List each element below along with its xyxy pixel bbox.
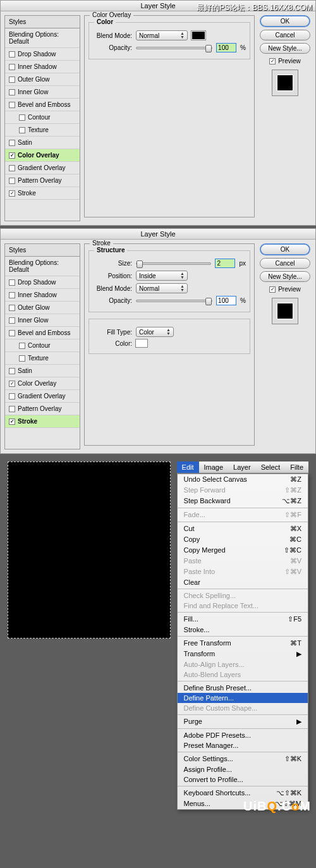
checkbox[interactable] [9,305,15,311]
style-item-satin[interactable]: Satin [5,137,80,149]
preview-checkbox[interactable] [269,286,276,293]
canvas-selection[interactable] [8,462,171,639]
menu-image[interactable]: Image [199,462,229,473]
overlay-color-swatch[interactable] [191,31,205,40]
style-item-contour[interactable]: Contour [5,111,80,124]
menu-layer[interactable]: Layer [228,462,256,473]
cancel-button[interactable]: Cancel [260,30,310,40]
checkbox[interactable] [9,419,15,425]
styles-header[interactable]: Styles [5,16,80,28]
style-item-color-overlay[interactable]: Color Overlay [5,149,80,162]
style-item-color-overlay[interactable]: Color Overlay [5,377,80,390]
menu-edit[interactable]: Edit [177,462,199,473]
style-item-inner-shadow[interactable]: Inner Shadow [5,61,80,73]
style-item-bevel-and-emboss[interactable]: Bevel and Emboss [5,99,80,111]
size-input[interactable]: 2 [215,259,235,268]
blend-mode-select[interactable]: Normal▲▼ [136,30,188,40]
style-item-inner-shadow[interactable]: Inner Shadow [5,289,80,302]
style-item-inner-glow[interactable]: Inner Glow [5,314,80,327]
preview-checkbox[interactable] [269,58,276,64]
style-item-stroke[interactable]: Stroke [5,415,80,428]
menu-select[interactable]: Select [256,462,286,473]
menu-item-adobe-pdf-presets-[interactable]: Adobe PDF Presets... [178,730,308,740]
checkbox[interactable] [19,343,25,349]
preview-label: Preview [278,58,301,64]
size-slider[interactable] [136,262,211,265]
style-item-inner-glow[interactable]: Inner Glow [5,86,80,99]
checkbox[interactable] [9,102,15,108]
style-item-texture[interactable]: Texture [5,124,80,137]
fill-type-select[interactable]: Color▲▼ [136,327,174,337]
style-item-contour[interactable]: Contour [5,339,80,352]
checkbox[interactable] [9,393,15,400]
checkbox[interactable] [9,279,15,286]
blending-options[interactable]: Blending Options: Default [5,28,80,48]
menu-item-step-backward[interactable]: Step Backward⌥⌘Z [178,496,308,506]
checkbox[interactable] [9,89,15,95]
style-item-gradient-overlay[interactable]: Gradient Overlay [5,162,80,174]
style-item-label: Bevel and Emboss [18,329,70,336]
style-item-drop-shadow[interactable]: Drop Shadow [5,276,80,289]
checkbox[interactable] [9,406,15,412]
checkbox[interactable] [19,127,25,133]
checkbox[interactable] [9,178,15,184]
menu-item-copy-merged[interactable]: Copy Merged⇧⌘C [178,545,308,556]
menu-item-fill-[interactable]: Fill...⇧F5 [178,614,308,625]
menu-filte[interactable]: Filte [285,462,308,473]
style-item-texture[interactable]: Texture [5,352,80,365]
checkbox[interactable] [9,292,15,298]
checkbox[interactable] [9,76,15,83]
ok-button[interactable]: OK [260,15,310,27]
menu-item-purge[interactable]: Purge▶ [178,716,308,727]
style-item-outer-glow[interactable]: Outer Glow [5,73,80,86]
style-item-pattern-overlay[interactable]: Pattern Overlay [5,403,80,415]
checkbox[interactable] [9,368,15,374]
checkbox[interactable] [9,190,15,197]
checkbox[interactable] [9,140,15,146]
style-item-satin[interactable]: Satin [5,365,80,377]
checkbox[interactable] [9,381,15,387]
menu-item-label: Define Custom Shape... [184,704,258,712]
menu-item-undo-select-canvas[interactable]: Undo Select Canvas⌘Z [178,474,308,485]
checkbox[interactable] [9,51,15,58]
checkbox[interactable] [9,165,15,171]
checkbox[interactable] [9,330,15,336]
stroke-color-swatch[interactable] [136,339,147,347]
menu-item-stroke-[interactable]: Stroke... [178,625,308,635]
checkbox[interactable] [19,355,25,362]
menu-item-copy[interactable]: Copy⌘C [178,534,308,545]
menu-item-color-settings-[interactable]: Color Settings...⇧⌘K [178,754,308,764]
menu-item-define-pattern-[interactable]: Define Pattern... [178,693,308,703]
style-item-pattern-overlay[interactable]: Pattern Overlay [5,174,80,187]
blending-options[interactable]: Blending Options: Default [5,257,80,276]
menu-item-convert-to-profile-[interactable]: Convert to Profile... [178,774,308,785]
opacity-input[interactable]: 100 [216,43,236,52]
checkbox[interactable] [9,64,15,70]
new-style-button[interactable]: New Style... [260,271,310,282]
menu-item-keyboard-shortcuts-[interactable]: Keyboard Shortcuts...⌥⇧⌘K [178,788,308,798]
checkbox[interactable] [9,152,15,159]
menu-item-assign-profile-[interactable]: Assign Profile... [178,764,308,774]
style-item-drop-shadow[interactable]: Drop Shadow [5,48,80,61]
style-item-outer-glow[interactable]: Outer Glow [5,302,80,314]
style-item-bevel-and-emboss[interactable]: Bevel and Emboss [5,327,80,339]
menu-item-cut[interactable]: Cut⌘X [178,523,308,534]
menu-item-clear[interactable]: Clear [178,577,308,587]
menu-item-free-transform[interactable]: Free Transform⌘T [178,638,308,649]
styles-header[interactable]: Styles [5,244,80,257]
opacity-slider[interactable] [136,47,212,49]
menu-item-preset-manager-[interactable]: Preset Manager... [178,740,308,750]
cancel-button[interactable]: Cancel [260,258,310,269]
ok-button[interactable]: OK [260,243,310,255]
checkbox[interactable] [19,114,25,121]
opacity-slider[interactable] [136,300,212,302]
menu-item-transform[interactable]: Transform▶ [178,649,308,659]
style-item-stroke[interactable]: Stroke [5,187,80,200]
menu-item-define-brush-preset-[interactable]: Define Brush Preset... [178,683,308,693]
style-item-gradient-overlay[interactable]: Gradient Overlay [5,390,80,403]
checkbox[interactable] [9,317,15,324]
new-style-button[interactable]: New Style... [260,43,310,54]
opacity-input[interactable]: 100 [216,296,236,305]
blend-mode-select[interactable]: Normal▲▼ [136,283,188,293]
position-select[interactable]: Inside▲▼ [136,271,188,281]
